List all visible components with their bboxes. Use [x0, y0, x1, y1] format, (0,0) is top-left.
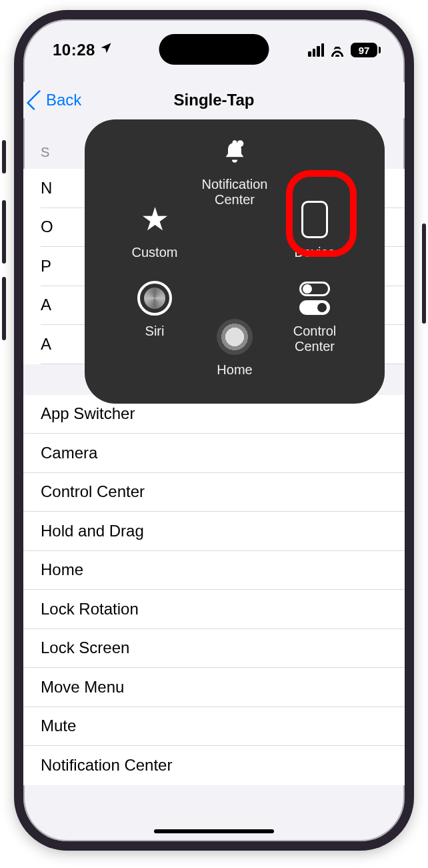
mute-switch [2, 140, 6, 173]
atouch-label: Device [294, 245, 335, 260]
section-header: S [41, 145, 50, 160]
cellular-signal-icon [308, 43, 324, 57]
atouch-device[interactable]: Device [278, 201, 351, 260]
atouch-label: Home [217, 362, 252, 378]
list-item[interactable]: Mute [23, 707, 405, 747]
home-button-icon [216, 318, 253, 356]
page-title: Single-Tap [174, 91, 255, 109]
navigation-bar: Back Single-Tap [23, 82, 405, 118]
bell-icon [216, 133, 253, 170]
status-time: 10:28 [53, 41, 95, 59]
iphone-frame: 10:28 97 Back Single-Tap S N O✓ P A [14, 10, 414, 851]
list-item[interactable]: Notification Center [23, 746, 405, 785]
back-button[interactable]: Back [31, 91, 81, 109]
list-item[interactable]: Hold and Drag [23, 512, 405, 551]
list-item[interactable]: Move Menu [23, 668, 405, 707]
atouch-home[interactable]: Home [198, 318, 271, 378]
battery-indicator: 97 [351, 43, 381, 57]
home-indicator[interactable] [154, 829, 274, 833]
atouch-custom[interactable]: ★ Custom [118, 201, 191, 260]
side-button [422, 224, 426, 324]
atouch-control-center[interactable]: Control Center [278, 280, 351, 354]
atouch-notification-center[interactable]: Notification Center [198, 133, 271, 207]
dynamic-island [159, 34, 269, 65]
atouch-label: Notification Center [198, 177, 271, 207]
toggles-icon [296, 280, 333, 317]
star-icon: ★ [136, 201, 173, 238]
atouch-siri[interactable]: Siri [118, 280, 191, 339]
siri-icon [136, 280, 173, 317]
wifi-icon [329, 43, 345, 57]
phone-outline-icon [296, 201, 333, 238]
volume-up-button [2, 200, 6, 264]
atouch-label: Custom [132, 245, 178, 260]
chevron-left-icon [26, 89, 47, 110]
atouch-label: Control Center [278, 324, 351, 354]
back-label: Back [46, 91, 81, 109]
list-item[interactable]: Home [23, 551, 405, 590]
location-arrow-icon [99, 41, 113, 59]
volume-down-button [2, 277, 6, 340]
list-item[interactable]: Lock Screen [23, 629, 405, 669]
list-item[interactable]: Control Center [23, 473, 405, 512]
assistivetouch-menu: Notification Center ★ Custom Device Siri… [85, 119, 385, 404]
list-item[interactable]: Camera [23, 434, 405, 473]
list-item[interactable]: Lock Rotation [23, 590, 405, 629]
atouch-label: Siri [145, 324, 165, 339]
svg-point-0 [237, 140, 243, 147]
